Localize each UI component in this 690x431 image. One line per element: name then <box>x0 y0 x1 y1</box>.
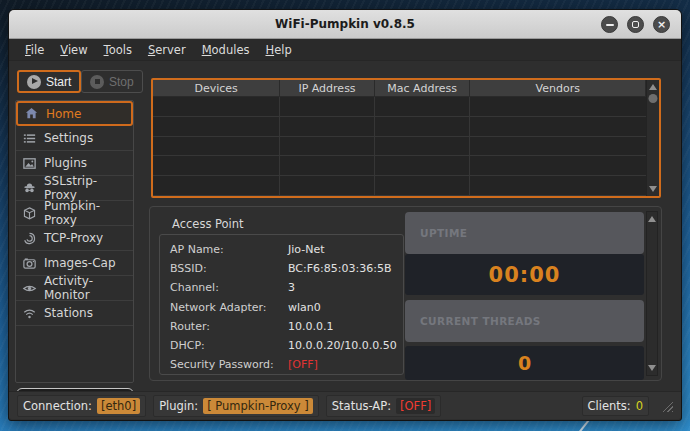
table-cell-empty <box>280 176 375 196</box>
table-cell-empty <box>470 156 646 176</box>
stat-card-label: UPTIME <box>420 227 467 239</box>
menu-view[interactable]: View <box>52 40 95 60</box>
settings-icon <box>22 131 37 146</box>
status-group-connection: Connection:[eth0] <box>17 395 146 417</box>
scroll-down-icon[interactable] <box>649 186 657 192</box>
window-controls: × <box>601 16 670 33</box>
scroll-up-icon[interactable] <box>648 216 656 222</box>
column-header-devices[interactable]: Devices <box>153 80 280 97</box>
sidebar-item-activity-monitor[interactable]: Activity-Monitor <box>16 276 133 301</box>
sidebar-item-label: Activity-Monitor <box>44 274 127 302</box>
sidebar-item-home[interactable]: Home <box>16 101 133 126</box>
table-cell-empty <box>153 137 280 157</box>
sidebar-item-label: TCP-Proxy <box>44 231 103 245</box>
stats-scrollbar[interactable] <box>646 211 658 376</box>
desktop-background: WiFi-Pumpkin v0.8.5 × FileViewToolsServe… <box>0 0 690 431</box>
spy-icon <box>22 181 37 196</box>
window-title: WiFi-Pumpkin v0.8.5 <box>9 17 681 31</box>
close-button[interactable]: × <box>653 16 670 33</box>
menu-tools[interactable]: Tools <box>96 40 140 60</box>
start-button[interactable]: Start <box>17 70 81 93</box>
sidebar-item-stations[interactable]: Stations <box>16 301 133 326</box>
resize-grip[interactable] <box>660 399 673 412</box>
play-icon <box>27 75 41 89</box>
scroll-down-icon[interactable] <box>648 365 656 371</box>
status-badge: [ Pumpkin-Proxy ] <box>203 398 313 414</box>
devices-table-body <box>153 97 646 196</box>
sidebar-item-pumpkin-proxy[interactable]: Pumpkin-Proxy <box>16 201 133 226</box>
minimize-button[interactable] <box>601 16 618 33</box>
table-cell-empty <box>280 97 375 117</box>
status-label: Connection: <box>23 399 92 413</box>
devices-table-header: DevicesIP AddressMac AddressVendors <box>153 80 646 97</box>
status-badge: [eth0] <box>97 398 140 414</box>
status-bar: Connection:[eth0]Plugin:[ Pumpkin-Proxy … <box>9 391 681 419</box>
wifi-icon <box>22 306 37 321</box>
ap-field-row: BSSID:BC:F6:85:03:36:5B <box>170 259 403 278</box>
sidebar-item-settings[interactable]: Settings <box>16 126 133 151</box>
main-content: Start Stop HomeSettingsPluginsSSLstrip-P… <box>9 61 681 391</box>
menu-mnemonic: H <box>265 43 274 57</box>
menu-server[interactable]: Server <box>140 40 194 60</box>
sidebar-item-sslstrip-proxy[interactable]: SSLstrip-Proxy <box>16 176 133 201</box>
column-header-vendors[interactable]: Vendors <box>470 80 646 97</box>
camera-icon <box>22 256 37 271</box>
scroll-up-icon[interactable] <box>649 84 657 90</box>
plugins-icon <box>22 156 37 171</box>
status-label: Status-AP: <box>332 399 391 413</box>
app-window: WiFi-Pumpkin v0.8.5 × FileViewToolsServe… <box>8 9 682 421</box>
stat-card-value-uptime: 00:00 <box>405 254 644 295</box>
ap-field-value: 10.0.0.1 <box>288 320 333 333</box>
table-cell-empty <box>280 156 375 176</box>
ap-field-row: AP Name:Jio-Net <box>170 240 403 259</box>
sidebar-item-label: Stations <box>44 306 93 320</box>
status-label: Plugin: <box>159 399 198 413</box>
table-cell-empty <box>375 156 471 176</box>
start-button-label: Start <box>46 75 71 89</box>
menu-file[interactable]: File <box>17 40 52 60</box>
maximize-button[interactable] <box>627 16 644 33</box>
devices-table-grid: DevicesIP AddressMac AddressVendors <box>153 80 646 196</box>
column-header-ip-address[interactable]: IP Address <box>280 80 375 97</box>
sidebar-item-images-cap[interactable]: Images-Cap <box>16 251 133 276</box>
table-cell-empty <box>153 176 280 196</box>
scrollbar-thumb[interactable] <box>649 94 658 103</box>
column-header-mac-address[interactable]: Mac Address <box>375 80 471 97</box>
ap-field-value: BC:F6:85:03:36:5B <box>288 262 391 275</box>
sidebar-item-label: Images-Cap <box>44 256 116 270</box>
ap-field-value: 3 <box>288 281 295 294</box>
menu-mnemonic: V <box>60 43 68 57</box>
ap-field-value: [OFF] <box>288 358 318 371</box>
sidebar-item-plugins[interactable]: Plugins <box>16 151 133 176</box>
table-cell-empty <box>375 97 471 117</box>
stats-panel: UPTIME00:00CURRENT THREADS0 <box>405 207 644 380</box>
menu-mnemonic: F <box>25 43 31 57</box>
dashboard-panel: Access Point AP Name:Jio-NetBSSID:BC:F6:… <box>149 206 662 381</box>
stop-button[interactable]: Stop <box>81 70 143 93</box>
ap-field-label: AP Name: <box>170 243 288 256</box>
table-cell-empty <box>375 117 471 137</box>
menu-mnemonic: T <box>104 43 109 57</box>
ap-field-row: DHCP:10.0.0.20/10.0.0.50 <box>170 336 403 355</box>
access-point-title: Access Point <box>172 217 244 231</box>
ap-field-label: Channel: <box>170 281 288 294</box>
menu-modules[interactable]: Modules <box>194 40 258 60</box>
stat-card-value-current-threads: 0 <box>405 346 644 380</box>
devices-table-scrollbar[interactable] <box>646 80 659 196</box>
clients-label: Clients: <box>588 399 631 413</box>
ap-field-row: Router:10.0.0.1 <box>170 317 403 336</box>
menu-help[interactable]: Help <box>257 40 299 60</box>
table-cell-empty <box>280 137 375 157</box>
close-icon: × <box>657 19 666 30</box>
menu-mnemonic: M <box>202 43 212 57</box>
ap-field-label: Router: <box>170 320 288 333</box>
table-cell-empty <box>470 97 646 117</box>
ap-field-row: Security Password:[OFF] <box>170 355 403 374</box>
clients-value: 0 <box>636 399 643 413</box>
sidebar-item-tcp-proxy[interactable]: TCP-Proxy <box>16 226 133 251</box>
table-cell-empty <box>153 156 280 176</box>
titlebar[interactable]: WiFi-Pumpkin v0.8.5 × <box>9 10 681 39</box>
stop-button-label: Stop <box>109 75 134 89</box>
maximize-icon <box>632 21 639 28</box>
table-cell-empty <box>470 137 646 157</box>
